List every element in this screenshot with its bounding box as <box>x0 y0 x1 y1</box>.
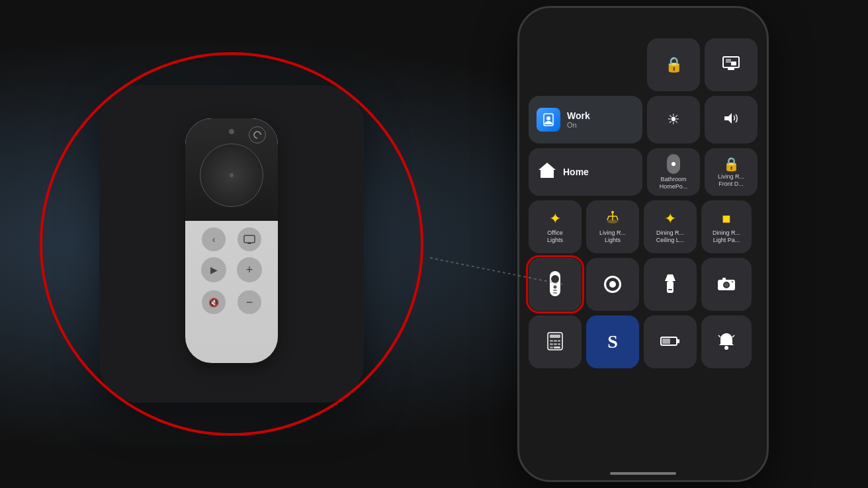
living-front-door-tile[interactable]: 🔒 Living R...Front D... <box>705 148 758 196</box>
living-front-door-label: Living R...Front D... <box>718 173 744 188</box>
cc-row-5 <box>529 258 758 311</box>
work-avatar-icon <box>537 108 560 132</box>
lock-icon: 🔒 <box>723 156 740 172</box>
work-title: Work <box>567 110 590 121</box>
left-section: ‹ ▶ + <box>0 0 463 488</box>
svg-point-19 <box>554 286 557 289</box>
dining-ceiling-label: Dining R...Ceiling L... <box>656 229 685 244</box>
remote-tile[interactable] <box>529 258 582 311</box>
svg-point-18 <box>551 275 559 283</box>
svg-marker-22 <box>665 274 675 281</box>
flashlight-icon <box>664 274 677 294</box>
svg-rect-41 <box>677 339 679 343</box>
living-room-lights-tile[interactable]: Living R...Lights <box>586 200 639 253</box>
svg-rect-37 <box>558 343 560 345</box>
svg-rect-24 <box>668 289 672 290</box>
svg-rect-35 <box>550 343 553 345</box>
right-section: 🔒 <box>418 0 868 488</box>
work-text: Work On <box>567 110 590 129</box>
dining-ceiling-tile[interactable]: ✦ Dining R...Ceiling L... <box>644 200 697 253</box>
office-lights-label: OfficeLights <box>547 229 563 244</box>
svg-point-10 <box>611 211 614 214</box>
bathroom-label: BathroomHomePo... <box>660 176 688 190</box>
svg-rect-42 <box>662 339 670 344</box>
svg-rect-28 <box>722 278 726 280</box>
svg-rect-23 <box>667 281 673 293</box>
control-center: 🔒 <box>525 34 761 467</box>
svg-rect-34 <box>558 340 560 342</box>
volume-tile[interactable] <box>705 96 758 143</box>
svg-rect-36 <box>554 343 557 345</box>
work-focus-tile[interactable]: Work On <box>529 96 642 143</box>
svg-marker-9 <box>539 163 556 178</box>
camera-icon <box>717 276 736 292</box>
volume-icon <box>724 112 738 128</box>
svg-line-44 <box>718 335 720 337</box>
announce-tile[interactable] <box>701 315 752 368</box>
office-lights-tile[interactable]: ✦ OfficeLights <box>529 200 582 253</box>
svg-line-45 <box>732 335 734 337</box>
svg-point-7 <box>546 116 550 120</box>
svg-point-27 <box>724 283 728 287</box>
work-status: On <box>567 121 590 129</box>
brightness-tile[interactable]: ☀ <box>647 96 700 143</box>
home-icon <box>538 161 556 183</box>
announce-icon <box>718 332 735 352</box>
bathroom-homepod-tile[interactable]: BathroomHomePo... <box>647 148 700 196</box>
iphone-frame: 🔒 <box>517 6 769 482</box>
screen-mirror-icon <box>722 56 740 74</box>
svg-rect-20 <box>553 290 557 291</box>
cc-row-4: ✦ OfficeLights <box>529 200 758 253</box>
svg-rect-32 <box>550 340 553 342</box>
svg-point-29 <box>732 281 734 283</box>
svg-point-16 <box>607 220 618 224</box>
svg-point-43 <box>724 346 728 350</box>
flashlight-tile[interactable] <box>644 258 697 311</box>
cc-row-2: Work On ☀ <box>529 96 758 143</box>
lock-rotation-icon: 🔒 <box>665 56 683 73</box>
notch <box>603 8 683 26</box>
lock-rotation-tile[interactable]: 🔒 <box>647 38 700 91</box>
home-label: Home <box>563 167 589 177</box>
cc-row-3: Home BathroomHomePo... 🔒 Living R...Fron… <box>529 148 758 196</box>
svg-marker-8 <box>724 113 732 124</box>
svg-rect-39 <box>554 346 560 348</box>
shazam-icon: S <box>607 331 618 352</box>
shazam-tile[interactable]: S <box>586 315 639 368</box>
svg-rect-31 <box>550 335 560 338</box>
remote-icon <box>548 271 562 298</box>
svg-line-13 <box>607 216 609 220</box>
svg-rect-38 <box>550 346 553 348</box>
office-lights-icon: ✦ <box>549 210 561 227</box>
svg-line-15 <box>617 216 618 220</box>
living-room-lights-label: Living R...Lights <box>599 229 626 244</box>
dining-ceiling-icon: ✦ <box>664 210 676 227</box>
homepod-icon <box>667 154 680 174</box>
cc-row-1: 🔒 <box>529 38 758 91</box>
record-tile[interactable] <box>586 258 639 311</box>
svg-rect-4 <box>726 59 731 63</box>
svg-rect-5 <box>731 61 736 65</box>
record-icon <box>604 276 621 293</box>
dining-lightpa-tile[interactable]: ■ Dining R...Light Pa... <box>701 200 752 253</box>
screen-mirror-tile[interactable] <box>705 38 758 91</box>
living-room-lights-icon <box>605 210 621 227</box>
calculator-icon <box>547 332 563 352</box>
home-tile[interactable]: Home <box>529 148 642 196</box>
battery-icon <box>660 335 680 348</box>
svg-rect-3 <box>728 68 734 70</box>
battery-tile[interactable] <box>644 315 697 368</box>
dining-lightpa-icon: ■ <box>722 210 730 227</box>
home-indicator[interactable] <box>610 472 676 475</box>
red-circle-highlight <box>40 52 423 436</box>
svg-rect-33 <box>554 340 557 342</box>
camera-tile[interactable] <box>701 258 752 311</box>
remote-tile-wrapper <box>529 258 582 311</box>
svg-rect-21 <box>553 292 557 294</box>
calculator-tile[interactable] <box>529 315 582 368</box>
dining-lightpa-label: Dining R...Light Pa... <box>713 229 740 244</box>
cc-row-6: S <box>529 315 758 368</box>
brightness-icon: ☀ <box>667 111 680 128</box>
